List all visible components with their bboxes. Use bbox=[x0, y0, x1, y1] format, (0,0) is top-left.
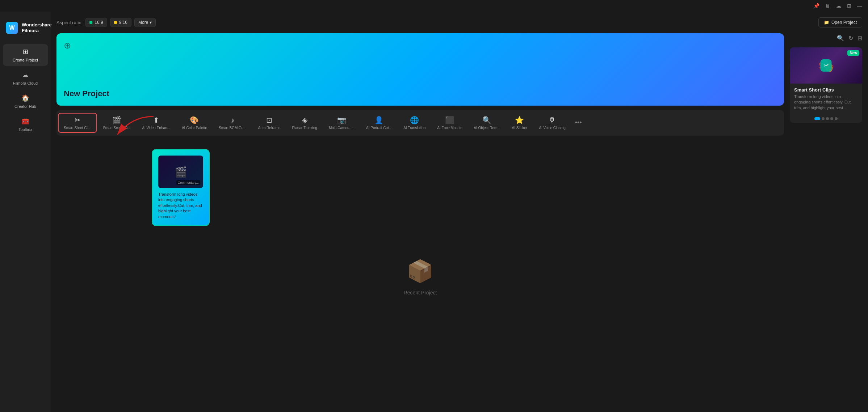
system-bar: 📌 🖥 ☁ ⊞ — bbox=[0, 0, 868, 12]
dot-5[interactable] bbox=[835, 117, 838, 120]
sidebar-item-label: Toolbox bbox=[18, 127, 32, 132]
tool-ai-sticker[interactable]: ⭐ AI Sticker bbox=[506, 113, 533, 133]
refresh-icon[interactable]: ↻ bbox=[848, 35, 853, 42]
tool-smart-bgm-gen[interactable]: ♪ Smart BGM Ge... bbox=[213, 113, 252, 133]
auto-reframe-icon: ⊡ bbox=[266, 116, 272, 124]
feature-card-description: Transform long videos into engaging shor… bbox=[794, 94, 858, 111]
thumbnail-label: Commentary... bbox=[176, 180, 200, 185]
tool-ai-portrait-cut[interactable]: 👤 AI Portrait Cut... bbox=[360, 113, 398, 133]
logo-icon: W bbox=[6, 22, 18, 34]
feature-card-badge: New bbox=[847, 50, 859, 56]
sidebar-item-label: Filmora Cloud bbox=[13, 81, 38, 85]
multi-camera-icon: 📷 bbox=[337, 116, 346, 124]
dot-3[interactable] bbox=[826, 117, 829, 120]
sidebar-item-toolbox[interactable]: 🧰 Toolbox bbox=[3, 114, 48, 135]
tool-label: AI Color Palette bbox=[182, 126, 207, 130]
logo-text: Wondershare Filmora bbox=[22, 22, 52, 33]
aspect-ratio-label: Aspect ratio: bbox=[56, 20, 83, 25]
tool-label: AI Voice Cloning bbox=[539, 126, 565, 130]
chevron-down-icon: ▾ bbox=[150, 20, 152, 25]
tool-label: Smart Scene Cut bbox=[103, 126, 130, 130]
sidebar-item-label: Creator Hub bbox=[14, 104, 36, 109]
tool-label: AI Portrait Cut... bbox=[366, 126, 392, 130]
tool-label: Smart BGM Ge... bbox=[219, 126, 247, 130]
ai-color-palette-icon: 🎨 bbox=[190, 116, 199, 124]
create-project-icon: ⊞ bbox=[23, 48, 28, 56]
more-button[interactable]: More ▾ bbox=[134, 18, 156, 27]
smart-short-clips-icon: ✂ bbox=[75, 116, 81, 124]
aspect-btn-169[interactable]: 16:9 bbox=[85, 18, 107, 27]
right-panel-actions: 🔍 ↻ ⊞ bbox=[790, 33, 862, 43]
sidebar: W Wondershare Filmora ⊞ Create Project ☁… bbox=[0, 12, 51, 412]
tool-planar-tracking[interactable]: ◈ Planar Tracking bbox=[286, 113, 323, 133]
ai-sticker-icon: ⭐ bbox=[515, 116, 524, 124]
tool-multi-camera[interactable]: 📷 Multi-Camera ... bbox=[323, 113, 360, 133]
app-logo: W Wondershare Filmora bbox=[0, 17, 51, 43]
open-project-button[interactable]: 📁 Open Project bbox=[818, 17, 862, 27]
sidebar-item-create-project[interactable]: ⊞ Create Project bbox=[3, 44, 48, 66]
aspect-ratio-group: Aspect ratio: 16:9 9:16 More ▾ bbox=[56, 18, 156, 27]
ai-face-mosaic-icon: ⬛ bbox=[445, 116, 454, 124]
tool-label: AI Sticker bbox=[512, 126, 528, 130]
sidebar-item-creator-hub[interactable]: 🏠 Creator Hub bbox=[3, 90, 48, 112]
dot-4[interactable] bbox=[830, 117, 833, 120]
ai-translation-icon: 🌐 bbox=[410, 116, 419, 124]
feature-card-icon-badge: ✂ bbox=[821, 59, 832, 72]
empty-state-icon: 📦 bbox=[407, 258, 434, 284]
app-layout: W Wondershare Filmora ⊞ Create Project ☁… bbox=[0, 12, 868, 412]
sidebar-item-filmora-cloud[interactable]: ☁ Filmora Cloud bbox=[3, 67, 48, 89]
dot-2[interactable] bbox=[822, 117, 825, 120]
tool-smart-scene-cut[interactable]: 🎬 Smart Scene Cut bbox=[97, 113, 136, 133]
tool-ai-color-palette[interactable]: 🎨 AI Color Palette bbox=[176, 113, 213, 133]
top-bar: Aspect ratio: 16:9 9:16 More ▾ 📁 Open Pr… bbox=[56, 17, 862, 27]
tool-ai-face-mosaic[interactable]: ⬛ AI Face Mosaic bbox=[431, 113, 468, 133]
tools-more-button[interactable]: ••• bbox=[571, 117, 586, 129]
feature-tool-icon: ✂ bbox=[823, 61, 829, 69]
tool-label: Planar Tracking bbox=[292, 126, 317, 130]
cloud-icon[interactable]: ☁ bbox=[836, 3, 841, 9]
tool-smart-short-clips[interactable]: ✂ Smart Short Cli... bbox=[58, 113, 97, 133]
display-icon[interactable]: 🖥 bbox=[825, 3, 830, 9]
tool-label: AI Video Enhan... bbox=[142, 126, 170, 130]
tool-label: Smart Short Cli... bbox=[64, 126, 91, 130]
feature-card-body: Smart Short Clips Transform long videos … bbox=[790, 84, 862, 114]
tool-label: Multi-Camera ... bbox=[329, 126, 355, 130]
tool-ai-video-enhance[interactable]: ⬆ AI Video Enhan... bbox=[136, 113, 176, 133]
minimize-icon[interactable]: — bbox=[857, 3, 862, 9]
pin-icon[interactable]: 📌 bbox=[813, 3, 819, 9]
feature-card[interactable]: 🎭 New ✂ Smart Short Clips Transform long… bbox=[790, 47, 862, 123]
filmora-cloud-icon: ☁ bbox=[22, 71, 29, 79]
main-content: Aspect ratio: 16:9 9:16 More ▾ 📁 Open Pr… bbox=[51, 12, 868, 412]
tool-label: AI Face Mosaic bbox=[437, 126, 462, 130]
plus-icon: ⊕ bbox=[64, 41, 71, 51]
content-area: ⊕ New Project ✂ Smart Short Cli... 🎬 Sma… bbox=[56, 33, 862, 406]
tool-auto-reframe[interactable]: ⊡ Auto Reframe bbox=[252, 113, 286, 133]
search-icon[interactable]: 🔍 bbox=[837, 35, 844, 42]
tool-label: AI Translation bbox=[403, 126, 425, 130]
tool-ai-object-remove[interactable]: 🔍 AI Object Rem... bbox=[468, 113, 506, 133]
grid-view-icon[interactable]: ⊞ bbox=[857, 35, 862, 42]
ai-video-enhance-icon: ⬆ bbox=[153, 116, 159, 124]
tool-ai-voice-cloning[interactable]: 🎙 AI Voice Cloning bbox=[533, 113, 571, 133]
dot-916 bbox=[114, 21, 117, 24]
aspect-btn-916[interactable]: 9:16 bbox=[110, 18, 131, 27]
dot-169 bbox=[89, 21, 92, 24]
grid-icon[interactable]: ⊞ bbox=[847, 3, 851, 9]
tool-ai-translation[interactable]: 🌐 AI Translation bbox=[398, 113, 431, 133]
tool-label: AI Object Rem... bbox=[474, 126, 500, 130]
feature-card-dots bbox=[790, 114, 862, 123]
right-panel: 🔍 ↻ ⊞ 🎭 New ✂ bbox=[790, 33, 862, 406]
tooltip-popup: 🎬 Commentary... Transform long videos in… bbox=[152, 149, 210, 226]
ai-portrait-cut-icon: 👤 bbox=[374, 116, 383, 124]
new-project-banner[interactable]: ⊕ New Project bbox=[56, 33, 784, 106]
tool-label: Auto Reframe bbox=[258, 126, 281, 130]
dot-1[interactable] bbox=[814, 117, 820, 120]
ai-voice-cloning-icon: 🎙 bbox=[549, 116, 556, 124]
toolbox-icon: 🧰 bbox=[21, 117, 29, 125]
folder-icon: 📁 bbox=[824, 20, 829, 25]
creator-hub-icon: 🏠 bbox=[21, 94, 29, 102]
tools-bar: ✂ Smart Short Cli... 🎬 Smart Scene Cut ⬆… bbox=[56, 110, 784, 136]
recent-project-label: Recent Project bbox=[404, 290, 437, 296]
tooltip-text: Transform long videos into engaging shor… bbox=[158, 192, 203, 220]
feature-card-title: Smart Short Clips bbox=[794, 87, 858, 93]
